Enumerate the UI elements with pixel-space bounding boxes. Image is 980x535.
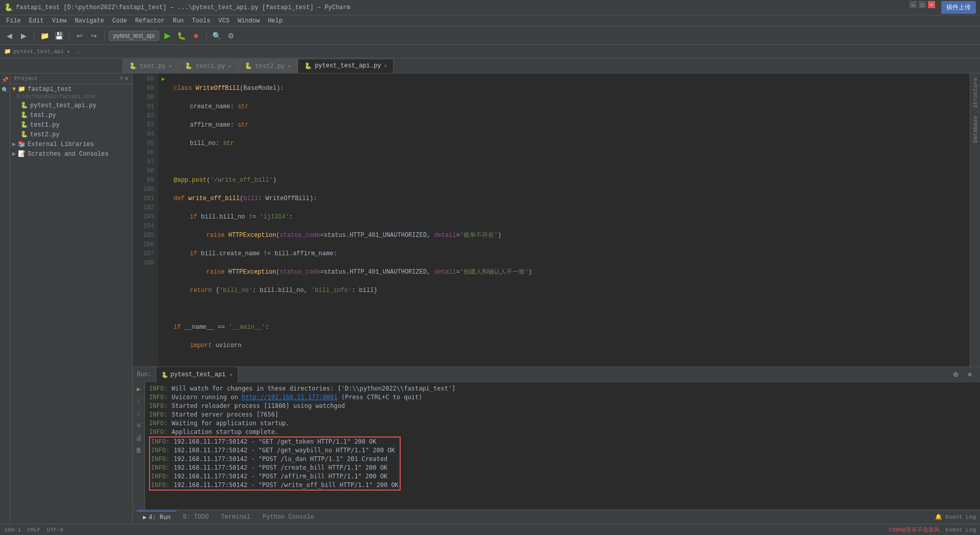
log-msg-6: Application startup complete. [172,428,279,436]
tab-test-py-close[interactable]: ✕ [168,63,172,69]
status-event-log[interactable]: Event Log [946,527,976,533]
sidebar-item-pytest-test-api[interactable]: 🐍 pytest_test_api.py [10,101,132,110]
code-content[interactable]: class WriteOffBill(BaseModel): create_na… [168,74,970,367]
menu-tools[interactable]: Tools [188,16,214,26]
sidebar-item-test2[interactable]: 🐍 test2.py [10,130,132,139]
run-log-content[interactable]: INFO: Will watch for changes in these di… [145,382,980,509]
menu-navigate[interactable]: Navigate [70,16,108,26]
run-configuration-selector[interactable]: pytest_test_api [109,31,159,41]
gutter-icon-1[interactable]: 📌 [1,76,9,84]
menu-refactor[interactable]: Refactor [131,16,169,26]
folder-expand-icon: ▼ [12,86,16,93]
toolbar-back[interactable]: ◀ [3,30,15,42]
code-line-94: @app.post('/write_off_bill') [174,176,965,185]
sidebar-item-test[interactable]: 🐍 test.py [10,110,132,120]
code-line-89: create_name: str [174,102,965,111]
run-log-layout: ▶ ↑ ↓ ≡ 🖨 🗑 INFO: Will watch for changes… [133,382,980,509]
run-button[interactable]: ▶ [161,30,174,42]
run-tab-close[interactable]: ✕ [230,372,233,378]
editor-scroll[interactable]: 88 89 90 91 92 93 94 95 96 97 98 99 [133,74,970,367]
gutter-icon-2[interactable]: 🔍 [1,86,9,94]
log-run-btn[interactable]: ▶ [134,384,143,394]
right-panel-database[interactable]: Database [970,112,980,147]
sidebar-test1-label: test1.py [30,121,60,129]
code-line-96: if bill.bill_no != 'lj1314': [174,212,965,222]
sidebar-pytest-label: pytest_test_api.py [30,102,96,109]
tab-test1-py-close[interactable]: ✕ [228,63,231,69]
title-bar: 🐍 fastapi_test [D:\python2022\fastapi_te… [0,0,980,15]
toolbar-save[interactable]: 💾 [53,30,65,42]
log-line-5: INFO: Waiting for application startup. [149,419,976,428]
toolbar-forward[interactable]: ▶ [17,30,30,42]
search-button[interactable]: 🔍 [211,30,223,42]
log-print-btn[interactable]: 🖨 [134,433,143,443]
log-down-btn[interactable]: ↓ [134,409,143,418]
event-log-label[interactable]: 🔔 Event Log [935,514,976,520]
menu-edit[interactable]: Edit [25,16,48,26]
run-panel-settings[interactable]: ⚙ [949,369,962,381]
toolbar-redo[interactable]: ↪ [88,30,100,42]
menu-window[interactable]: Window [234,16,264,26]
log-trash-btn[interactable]: 🗑 [134,446,143,455]
right-panel-structure[interactable]: Structure [970,74,980,112]
tab-pytest-icon: 🐍 [304,62,312,70]
menu-bar: File Edit View Navigate Code Refactor Ru… [0,15,980,27]
menu-view[interactable]: View [48,16,71,26]
tab-test1-py[interactable]: 🐍 test1.py ✕ [178,59,238,73]
toolbar-undo[interactable]: ↩ [74,30,86,42]
bottom-tab-python-console[interactable]: Python Console [256,512,320,523]
sidebar-collapse-icon[interactable]: ≡ [120,76,123,82]
minimize-button[interactable]: – [910,1,917,8]
run-tab-label: pytest_test_api [170,371,226,378]
run-tab-pytest[interactable]: 🐍 pytest_test_api ✕ [156,367,238,382]
bottom-tab-terminal[interactable]: Terminal [215,512,257,523]
code-line-104: import uvicorn [174,341,965,350]
stop-button[interactable]: ■ [190,30,202,42]
tab-test1-py-label: test1.py [195,63,225,70]
run-panel-tools: ⚙ ✕ [949,369,980,381]
menu-help[interactable]: Help [264,16,287,26]
status-left: 108:1 CRLF UTF-8 [4,527,63,533]
tab-pytest-test-api-py[interactable]: 🐍 pytest_test_api.py ✕ [298,59,394,73]
status-bar: 108:1 CRLF UTF-8 CSDN@亚东不会改风 Event Log [0,524,980,535]
sidebar-item-scratches[interactable]: ▶ 📝 Scratches and Consoles [10,149,132,159]
log-wrap-btn[interactable]: ≡ [134,421,143,430]
tab-test2-py-close[interactable]: ✕ [288,63,291,69]
toolbar-open[interactable]: 📁 [38,30,51,42]
log-level-9: INFO: [151,455,169,464]
log-msg-10: 192.168.11.177:50142 - "POST /create_bil… [174,464,387,472]
log-msg-1: Will watch for changes in these director… [172,384,455,393]
debug-button[interactable]: 🐛 [176,30,188,42]
folder-icon: 📁 [18,85,26,93]
bottom-tab-run[interactable]: ▶ 4: Run [137,510,177,523]
toolbar-sep3 [104,31,105,41]
log-line-8: INFO: 192.168.11.177:50142 - "GET /get_w… [151,446,399,455]
sidebar-item-test1[interactable]: 🐍 test1.py [10,120,132,130]
uvicorn-link[interactable]: http://192.168.11.177:8001 [241,394,337,401]
ai-upload-button[interactable]: 插件上传 [941,1,976,14]
log-level-10: INFO: [151,464,169,472]
sidebar-settings-icon[interactable]: ⚙ [125,76,128,82]
close-button[interactable]: ✕ [928,1,935,8]
menu-run[interactable]: Run [168,16,188,26]
log-up-btn[interactable]: ↑ [134,397,143,406]
menu-vcs[interactable]: VCS [214,16,234,26]
sidebar: Project ≡ ⚙ ▼ 📁 fastapi_test D:\python20… [10,74,133,524]
sidebar-item-fastapi-test[interactable]: ▼ 📁 fastapi_test [10,84,132,94]
run-panel-close[interactable]: ✕ [964,369,976,381]
run-label-text: Run: [137,371,152,378]
maximize-button[interactable]: □ [919,1,926,8]
sidebar-item-external-libs[interactable]: ▶ 📚 External Libraries [10,139,132,149]
code-line-103: if __name__ == '__main__': [174,323,965,332]
tab-pytest-close[interactable]: ✕ [384,63,387,69]
sidebar-title: Project [14,76,38,82]
main-layout: 📌 🔍 Project ≡ ⚙ ▼ 📁 fastapi_test D:\pyth… [0,74,980,524]
menu-code[interactable]: Code [108,16,131,26]
settings-button[interactable]: ⚙ [225,30,237,42]
tab-pytest-label: pytest_test_api.py [315,62,381,69]
bottom-tab-todo[interactable]: 6: TODO [177,512,214,523]
tab-test-py[interactable]: 🐍 test.py ✕ [122,59,178,73]
tab-test2-py[interactable]: 🐍 test2.py ✕ [238,59,298,73]
right-panels: Structure Database [970,74,980,367]
menu-file[interactable]: File [2,16,25,26]
